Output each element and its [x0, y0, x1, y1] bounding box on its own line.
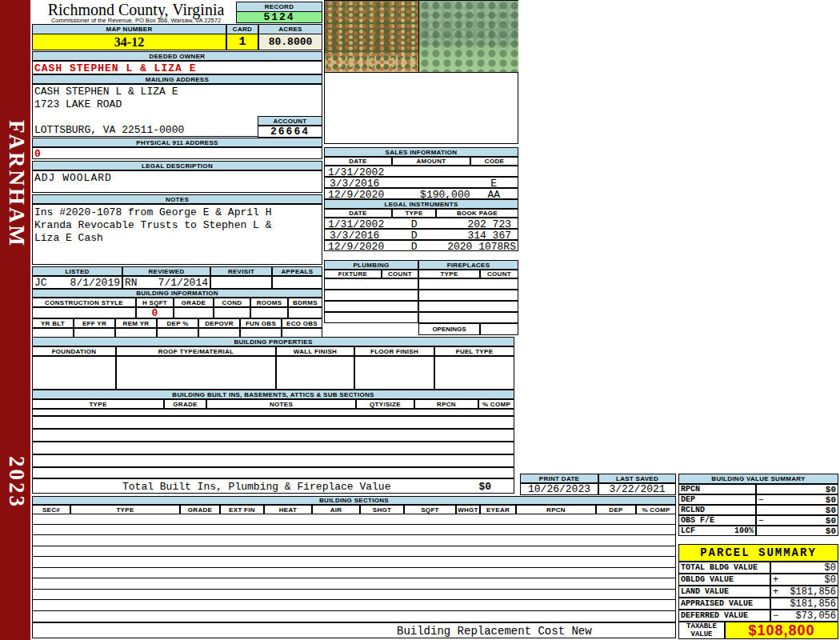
bvs-value: $0: [756, 526, 838, 536]
print-date-label: PRINT DATE: [520, 474, 598, 483]
bvs-label: DEP: [678, 494, 756, 505]
parcel-label: LAND VALUE: [678, 586, 770, 598]
bvs-op: −: [758, 495, 764, 505]
built-ins-grade-label: GRADE: [164, 399, 206, 409]
parcel-label: APPRAISED VALUE: [678, 598, 770, 610]
notes-line: Ins #2020-1078 from George E & April H: [34, 206, 320, 219]
yr-blt-label: YR BLT: [32, 318, 74, 328]
instrument-type: D: [392, 218, 436, 228]
fireplace-type-label: TYPE: [418, 270, 480, 278]
deeded-owner-label: DEEDED OWNER: [32, 51, 322, 61]
section-empty-row: [33, 578, 675, 590]
built-ins-type-label: TYPE: [32, 399, 164, 409]
openings-value: [480, 323, 518, 335]
bvs-label: RCLND: [678, 505, 756, 515]
building-sections-body: [32, 514, 676, 622]
built-ins-total-row: Total Built Ins, Plumbing & Fireplace Va…: [32, 478, 514, 494]
sales-row: 3/3/2016 E: [324, 177, 518, 188]
district-name: FARNHAM: [4, 120, 29, 248]
mailing-address-label: MAILING ADDRESS: [32, 74, 322, 84]
bdrms-label: BDRMS: [288, 298, 322, 307]
sale-code: E: [470, 178, 518, 187]
sales-amount-label: AMOUNT: [392, 157, 470, 166]
bdrms-value: [288, 307, 322, 318]
reviewed-label: REVIEWED: [122, 266, 210, 276]
account-value: 26664: [258, 126, 322, 138]
bvs-value: $0: [756, 484, 838, 494]
parcel-op: +: [773, 574, 778, 586]
sec-extfin-label: EXT FIN: [220, 505, 264, 514]
foundation-label: FOUNDATION: [32, 346, 116, 356]
bvs-value: $0: [756, 505, 838, 515]
built-ins-empty-row: [32, 409, 514, 416]
bvs-label-text: LCF: [681, 526, 695, 535]
physical-address-value: 0: [32, 147, 322, 159]
revisit-label: REVISIT: [210, 266, 272, 276]
construction-style-value: [32, 307, 136, 318]
bvs-amount: $0: [826, 526, 836, 536]
fireplace-row: [418, 290, 518, 301]
account-label: ACCOUNT: [258, 116, 322, 126]
bvs-value: − $0: [756, 515, 838, 526]
building-value-summary-title: BUILDING VALUE SUMMARY: [678, 474, 838, 484]
sales-information-title: SALES INFORMATION: [324, 147, 518, 157]
built-ins-empty-row: [32, 454, 514, 467]
sec-num-label: SEC#: [32, 505, 70, 514]
fuel-type-label: FUEL TYPE: [434, 346, 514, 356]
sec-whgt-label: WHGT: [456, 505, 480, 514]
instrument-date-label: DATE: [324, 209, 392, 218]
fireplaces-title: FIREPLACES: [418, 260, 518, 270]
instrument-bookpage: 202 723: [436, 218, 518, 228]
bvs-value: − $0: [756, 494, 838, 505]
h-sqft-value: 0: [136, 307, 174, 318]
cond-value: [214, 307, 250, 318]
acres-value: 80.8000: [258, 34, 322, 50]
taxable-value-amount: $108,800: [725, 622, 838, 639]
built-ins-empty-row: [32, 442, 514, 454]
built-ins-empty-row: [32, 416, 514, 429]
floor-finish-value: [354, 356, 434, 390]
depovr-label: DEPOVR: [198, 318, 240, 328]
bvs-label: LCF 100%: [678, 526, 756, 536]
listed-value: JC 8/1/2019: [32, 276, 122, 289]
listed-by: JC: [34, 277, 47, 289]
parcel-op: −: [773, 610, 778, 622]
legal-instruments-title: LEGAL INSTRUMENTS: [324, 199, 518, 209]
reviewed-date: 7/1/2014: [158, 277, 208, 289]
parcel-label: TOTAL BLDG VALUE: [678, 562, 770, 574]
grade-label: GRADE: [174, 298, 214, 307]
sec-eyear-label: EYEAR: [480, 505, 516, 514]
instrument-bookpage: 314 367: [436, 230, 518, 239]
taxable-value-label: TAXABLE VALUE: [678, 622, 725, 639]
district-sidebar: FARNHAM 2023: [0, 0, 30, 640]
built-ins-title: BUILDING BUILT INS, BASEMENTS, ATTICS & …: [32, 390, 514, 399]
bvs-amount: $0: [826, 495, 836, 505]
built-ins-comp-label: % COMP: [478, 399, 514, 409]
plumbing-count-label: COUNT: [382, 270, 418, 278]
sec-shgt-label: SHGT: [360, 505, 404, 514]
bvs-amount: $0: [826, 516, 836, 526]
parcel-value: $181,856: [770, 598, 838, 610]
sale-amount: [392, 178, 470, 187]
foundation-value: [32, 356, 116, 390]
listed-label: LISTED: [32, 266, 122, 276]
built-ins-total-value: $0: [478, 481, 491, 493]
rem-yr-label: REM YR: [115, 318, 157, 328]
section-empty-row: [33, 600, 675, 611]
section-empty-row: [33, 546, 675, 557]
section-empty-row: [33, 568, 675, 578]
physical-address-label: PHYSICAL 911 ADDRESS: [32, 138, 322, 147]
parcel-value: $0: [770, 562, 838, 574]
fireplace-row: [418, 301, 518, 312]
building-properties-title: BUILDING PROPERTIES: [32, 337, 514, 346]
last-saved-value: 3/22/2021: [598, 483, 676, 495]
last-saved-label: LAST SAVED: [598, 474, 676, 483]
openings-label: OPENINGS: [418, 323, 480, 335]
bvs-label-text: DEP: [681, 495, 695, 504]
plumbing-row: [324, 278, 418, 290]
parcel-value: − $73,056: [770, 610, 838, 622]
sec-grade-label: GRADE: [180, 505, 220, 514]
parcel-value: + $181,856: [770, 586, 838, 598]
roof-type-value: [116, 356, 276, 390]
sec-type-label: TYPE: [70, 505, 180, 514]
